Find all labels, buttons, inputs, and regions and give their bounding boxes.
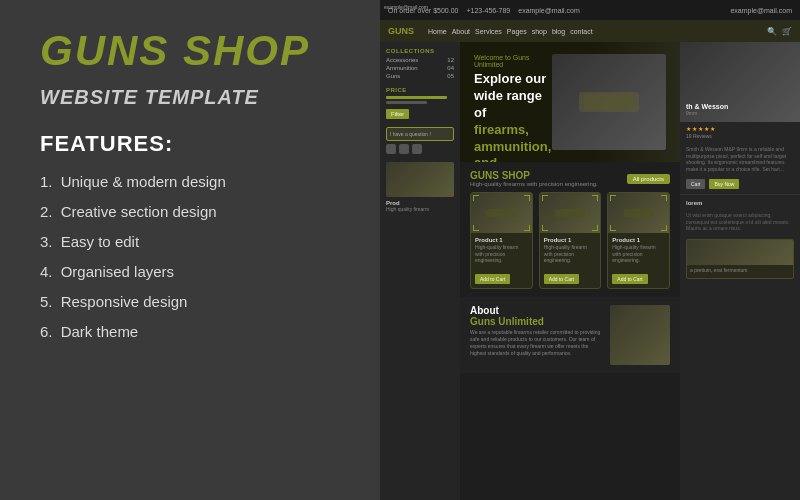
sidebar-item-name: Ammunition bbox=[386, 65, 418, 71]
shop-title: GUNS SHOP bbox=[470, 170, 598, 181]
feature-text: Creative section design bbox=[61, 203, 217, 220]
product-info-1: Product 1 High-quality firearm with prec… bbox=[471, 233, 532, 288]
products-grid: Product 1 High-quality firearm with prec… bbox=[460, 192, 680, 297]
corner-bl-3 bbox=[610, 225, 616, 231]
nav-link-home[interactable]: Home bbox=[428, 28, 447, 35]
corner-tl bbox=[473, 195, 479, 201]
all-products-btn[interactable]: All products bbox=[627, 174, 670, 184]
shop-header: GUNS SHOP High-quality firearms with pre… bbox=[460, 162, 680, 192]
right-product-subtitle: 9mm bbox=[686, 110, 794, 116]
nav-link-shop[interactable]: shop bbox=[532, 28, 547, 35]
right-product-btns: Cart Buy Now bbox=[680, 176, 800, 192]
corner-tl-3 bbox=[610, 195, 616, 201]
shop-section: GUNS SHOP High-quality firearms with pre… bbox=[460, 162, 680, 297]
sidebar-item-count: 04 bbox=[447, 65, 454, 71]
product-image-1 bbox=[471, 193, 532, 233]
sidebar-item-count: 12 bbox=[447, 57, 454, 63]
preview-container: On order over $500.00 +123-456-789 examp… bbox=[380, 0, 800, 500]
nav-links: Home About Services Pages shop blog cont… bbox=[428, 28, 593, 35]
add-to-cart-btn-3[interactable]: Add to Cart bbox=[612, 274, 647, 284]
preview-body: COLLECTIONS Accessories 12 Ammunition 04… bbox=[380, 42, 800, 500]
star-icon: ★ bbox=[698, 125, 703, 132]
corner-tl-2 bbox=[542, 195, 548, 201]
corner-br bbox=[524, 225, 530, 231]
product-name-1: Product 1 bbox=[475, 237, 528, 243]
corner-br-2 bbox=[592, 225, 598, 231]
sidebar-filter-btn[interactable]: Filter bbox=[386, 109, 409, 119]
buy-now-button[interactable]: Buy Now bbox=[709, 179, 739, 189]
instagram-icon[interactable] bbox=[412, 144, 422, 154]
corner-tr bbox=[524, 195, 530, 201]
nav-link-contact[interactable]: contact bbox=[570, 28, 593, 35]
shop-header-left: GUNS SHOP High-quality firearms with pre… bbox=[470, 170, 598, 187]
feature-text: Dark theme bbox=[61, 323, 139, 340]
nav-link-services[interactable]: Services bbox=[475, 28, 502, 35]
sidebar-socials bbox=[386, 144, 454, 154]
shop-title-main: GUNS bbox=[470, 170, 502, 181]
twitter-icon[interactable] bbox=[399, 144, 409, 154]
logo-title: GUNS SHOP bbox=[40, 30, 340, 72]
about-title-highlight: Guns Unlimited bbox=[470, 316, 544, 327]
add-to-cart-btn-1[interactable]: Add to Cart bbox=[475, 274, 510, 284]
cart-button[interactable]: Cart bbox=[686, 179, 705, 189]
sidebar-collections-section: COLLECTIONS Accessories 12 Ammunition 04… bbox=[386, 48, 454, 79]
nav-link-blog[interactable]: blog bbox=[552, 28, 565, 35]
sidebar-chat[interactable]: I have a question ! bbox=[386, 127, 454, 141]
sidebar-product-img bbox=[386, 162, 454, 197]
nav-link-pages[interactable]: Pages bbox=[507, 28, 527, 35]
price-bar-mid bbox=[386, 101, 427, 104]
feature-num: 5. bbox=[40, 293, 53, 310]
search-icon[interactable]: 🔍 bbox=[767, 27, 777, 36]
cart-icon[interactable]: 🛒 bbox=[782, 27, 792, 36]
about-image bbox=[610, 305, 670, 365]
product-img-corners-3 bbox=[608, 193, 669, 233]
preview-right-side: example@mail.com th & Wesson 9mm ★ ★ ★ ★… bbox=[680, 42, 800, 500]
product-desc-2: High-quality firearm with precision engi… bbox=[544, 244, 597, 264]
list-item: 5. Responsive design bbox=[40, 291, 340, 312]
features-heading: FEATURES: bbox=[40, 131, 340, 157]
feature-num: 4. bbox=[40, 263, 53, 280]
hero-gun-silhouette bbox=[584, 95, 634, 110]
left-panel: GUNS SHOP WEBSITE TEMPLATE FEATURES: 1. … bbox=[0, 0, 380, 500]
product-name-3: Product 1 bbox=[612, 237, 665, 243]
add-to-cart-btn-2[interactable]: Add to Cart bbox=[544, 274, 579, 284]
corner-bl bbox=[473, 225, 479, 231]
right-stars: ★ ★ ★ ★ ★ bbox=[680, 122, 800, 133]
sidebar-item-count: 05 bbox=[447, 73, 454, 79]
preview-sidebar: COLLECTIONS Accessories 12 Ammunition 04… bbox=[380, 42, 460, 500]
divider bbox=[680, 194, 800, 195]
feature-num: 1. bbox=[40, 173, 53, 190]
right-panel: On order over $500.00 +123-456-789 examp… bbox=[380, 0, 800, 500]
preview-nav: GUNS Home About Services Pages shop blog… bbox=[380, 20, 800, 42]
star-icon: ★ bbox=[686, 125, 691, 132]
product-card-1: Product 1 High-quality firearm with prec… bbox=[470, 192, 533, 289]
nav-link-about[interactable]: About bbox=[452, 28, 470, 35]
about-text: We are a reputable firearms retailer com… bbox=[470, 329, 602, 357]
right-product-card: a pretium, erat fermentum bbox=[686, 239, 794, 279]
product-info-3: Product 1 High-quality firearm with prec… bbox=[608, 233, 669, 288]
corner-tr-3 bbox=[661, 195, 667, 201]
hero-image bbox=[552, 54, 666, 150]
facebook-icon[interactable] bbox=[386, 144, 396, 154]
feature-num: 2. bbox=[40, 203, 53, 220]
feature-num: 3. bbox=[40, 233, 53, 250]
right-card-img bbox=[687, 240, 793, 265]
product-img-corners-2 bbox=[540, 193, 601, 233]
lorem-section-title: lorem bbox=[680, 197, 800, 209]
sidebar-collections-title: COLLECTIONS bbox=[386, 48, 454, 54]
star-icon: ★ bbox=[704, 125, 709, 132]
sidebar-price-title: PRICE bbox=[386, 87, 454, 93]
feature-text: Organised layers bbox=[61, 263, 174, 280]
product-image-3 bbox=[608, 193, 669, 233]
nav-logo: GUNS bbox=[388, 26, 414, 36]
right-product-desc: Smith & Wesson M&P 9mm is a reliable and… bbox=[680, 142, 800, 176]
corner-tr-2 bbox=[592, 195, 598, 201]
subtitle: WEBSITE TEMPLATE bbox=[40, 86, 340, 109]
sidebar-price-section: PRICE Filter bbox=[386, 87, 454, 119]
preview-main: Welcome to Guns Unlimited Explore our wi… bbox=[460, 42, 680, 500]
feature-text: Responsive design bbox=[61, 293, 188, 310]
sidebar-item: Accessories 12 bbox=[386, 57, 454, 63]
about-title: About Guns Unlimited bbox=[470, 305, 602, 327]
feature-text: Easy to edit bbox=[61, 233, 139, 250]
star-icon: ★ bbox=[710, 125, 715, 132]
